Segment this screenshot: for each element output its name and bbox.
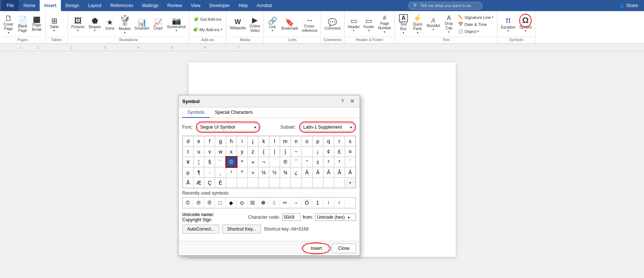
wikipedia-button[interactable]: W Wikipedia: [228, 17, 248, 31]
sym-Acirc[interactable]: Â: [323, 167, 334, 178]
sym-v[interactable]: v: [204, 146, 215, 157]
sym-AElig[interactable]: Æ: [193, 178, 204, 188]
sym-currency[interactable]: ¤: [345, 146, 356, 157]
sym-empty10[interactable]: [323, 178, 334, 188]
sym-plusmn[interactable]: ±: [313, 157, 323, 167]
shortcut-key-button[interactable]: Shortcut Key...: [222, 225, 261, 234]
sym-macr[interactable]: ¯: [291, 157, 301, 167]
tab-home[interactable]: Home: [19, 0, 40, 11]
tell-me-input[interactable]: 🔍 Tell me what you want to do: [408, 2, 483, 10]
sym-uml[interactable]: ¨: [215, 157, 226, 167]
footer-button[interactable]: ▭ Footer ▾: [362, 16, 376, 33]
drop-cap-button[interactable]: A DropCap ▾: [442, 14, 456, 35]
cross-reference-button[interactable]: ↔ Cross-reference: [300, 15, 319, 34]
subset-dropdown[interactable]: Latin-1 Supplement ▾: [299, 122, 356, 133]
tab-review[interactable]: Review: [163, 0, 186, 11]
sym-q[interactable]: q: [323, 136, 334, 146]
sym-y[interactable]: y: [237, 146, 248, 157]
recent-1[interactable]: 1: [313, 198, 323, 208]
recent-circle-dot[interactable]: ⊙: [237, 198, 248, 208]
sym-reg[interactable]: ®: [280, 157, 291, 167]
link-button[interactable]: 🔗 Link ▾: [265, 16, 279, 33]
sym-blank[interactable]: [301, 146, 312, 157]
recent-sound[interactable]: ℗: [193, 198, 204, 208]
tab-special-characters[interactable]: Special Characters: [210, 107, 258, 118]
bookmark-button[interactable]: 🔖 Bookmark: [279, 17, 300, 32]
quick-parts-button[interactable]: ⚡ QuickParts ▾: [411, 13, 425, 36]
sym-o[interactable]: o: [301, 136, 312, 146]
sym-rbrace[interactable]: }: [280, 146, 291, 157]
char-code-input[interactable]: [282, 214, 301, 221]
dialog-close-button[interactable]: ✕: [349, 97, 356, 105]
sym-sup1[interactable]: ¹: [226, 167, 237, 178]
sym-z[interactable]: z: [248, 146, 258, 157]
sym-brvbar[interactable]: ¦: [193, 157, 204, 167]
sym-middot[interactable]: ·: [204, 167, 215, 178]
sym-iexcl[interactable]: ¡: [313, 146, 323, 157]
sym-Egrave[interactable]: È: [215, 178, 226, 188]
sym-p[interactable]: p: [313, 136, 323, 146]
tab-references[interactable]: References: [106, 0, 137, 11]
sym-k[interactable]: k: [258, 136, 269, 146]
sym-frac14[interactable]: ¼: [258, 167, 269, 178]
sym-lbrace[interactable]: {: [258, 146, 269, 157]
sym-l[interactable]: l: [269, 136, 280, 146]
recent-arrow[interactable]: →: [291, 198, 301, 208]
font-dropdown[interactable]: Segoe UI Symbol ▾: [196, 122, 260, 133]
sym-w[interactable]: w: [215, 146, 226, 157]
tab-acrobat[interactable]: Acrobat: [252, 0, 276, 11]
sym-yen[interactable]: ¥: [183, 157, 193, 167]
sym-frac12[interactable]: ½: [269, 167, 280, 178]
sym-empty8[interactable]: [301, 178, 312, 188]
recent-1b[interactable]: î: [323, 198, 334, 208]
sym-n[interactable]: n: [291, 136, 301, 146]
recent-hieroglyph[interactable]: 𓀀: [269, 198, 280, 208]
sym-iquest[interactable]: ¿: [291, 167, 301, 178]
sym-frac34[interactable]: ¾: [280, 167, 291, 178]
header-button[interactable]: ▭ Header ▾: [346, 16, 362, 33]
date-time-button[interactable]: 📅 Date & Time: [456, 21, 496, 27]
sym-laquo[interactable]: «: [248, 157, 258, 167]
shapes-button[interactable]: ⬟ Shapes ▾: [86, 16, 103, 33]
tab-design[interactable]: Design: [61, 0, 84, 11]
sym-empty6[interactable]: [280, 178, 291, 188]
tab-help[interactable]: Help: [234, 0, 252, 11]
sym-sup3[interactable]: ³: [334, 157, 345, 167]
recent-copyright[interactable]: ©: [183, 198, 193, 208]
sym-t[interactable]: t: [183, 146, 193, 157]
sym-Auml[interactable]: Ä: [345, 167, 356, 178]
pictures-button[interactable]: 🖼 Pictures ▾: [69, 16, 86, 33]
my-addins-button[interactable]: 🧩 My Add-ins ▾: [191, 24, 224, 35]
sym-empty4[interactable]: [258, 178, 269, 188]
cover-page-button[interactable]: 🗋 CoverPage ▾: [1, 13, 16, 36]
sym-d[interactable]: d: [183, 136, 193, 146]
sym-f[interactable]: f: [204, 136, 215, 146]
wordart-button[interactable]: A WordArt ▾: [425, 16, 442, 33]
comment-button[interactable]: 💬 Comment: [323, 17, 342, 32]
sym-empty3[interactable]: [248, 178, 258, 188]
share-button[interactable]: 👤 Share: [615, 3, 643, 8]
sym-Atilde[interactable]: Ã: [334, 167, 345, 178]
smartart-button[interactable]: 📊 SmartArt: [133, 17, 151, 32]
table-button[interactable]: ⊞ Table ▾: [47, 16, 61, 33]
sym-empty7[interactable]: [291, 178, 301, 188]
sym-empty2[interactable]: [237, 178, 248, 188]
get-addins-button[interactable]: 🧩 Get Add-ins: [192, 14, 223, 24]
sym-empty5[interactable]: [269, 178, 280, 188]
sym-e[interactable]: e: [193, 136, 204, 146]
icons-button[interactable]: ★ Icons: [103, 17, 117, 32]
tab-insert[interactable]: Insert: [40, 0, 61, 11]
page-number-button[interactable]: # PageNumber ▾: [376, 14, 393, 35]
sym-empty1[interactable]: [226, 178, 237, 188]
sym-tilde[interactable]: ~: [291, 146, 301, 157]
sym-pipe[interactable]: |: [269, 146, 280, 157]
sym-raquo[interactable]: »: [248, 167, 258, 178]
recent-registered[interactable]: ®: [204, 198, 215, 208]
signature-line-button[interactable]: ✏️ Signature Line ▾: [456, 14, 496, 20]
sym-ordf[interactable]: ª: [237, 157, 248, 167]
recent-x-box[interactable]: ☒: [248, 198, 258, 208]
recent-diamond[interactable]: ◆: [226, 198, 237, 208]
recent-square[interactable]: □: [215, 198, 226, 208]
sym-Agrave[interactable]: À: [301, 167, 312, 178]
recent-scissors[interactable]: ✂: [280, 198, 291, 208]
